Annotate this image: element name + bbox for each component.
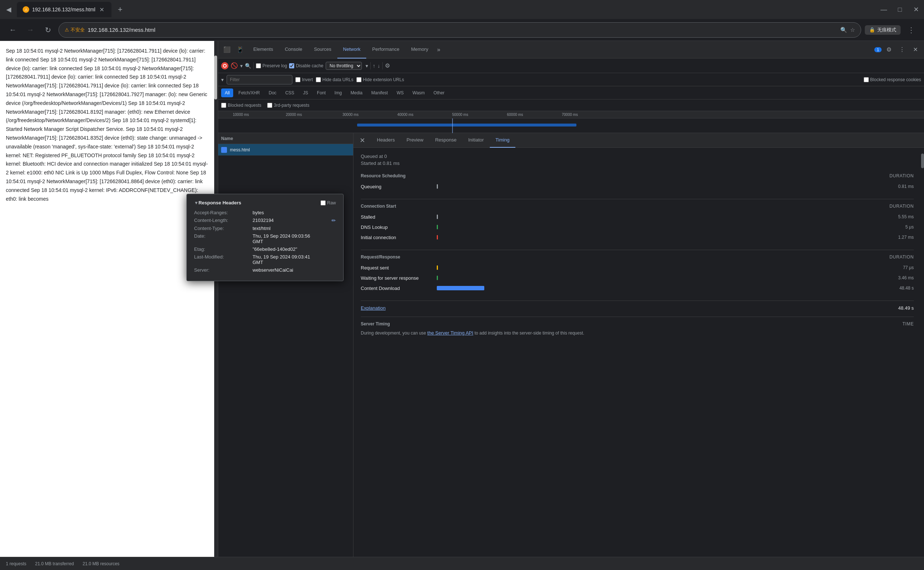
initial-conn-bar-container [437,236,881,239]
ftype-ws[interactable]: WS [393,89,407,97]
server-timing-api-link[interactable]: the Server Timing API [427,330,473,336]
third-party-checkbox[interactable] [267,103,272,108]
record-btn[interactable] [221,62,228,69]
timing-divider-2 [361,250,914,250]
invert-checkbox[interactable] [295,77,300,82]
throttle-dropdown-icon[interactable]: ▾ [366,63,368,69]
page-scroll-thumb[interactable] [214,55,217,100]
tab-headers[interactable]: Headers [371,133,401,148]
upload-btn[interactable]: ↑ [373,63,375,69]
tab-memory[interactable]: Memory [405,41,434,58]
rh-accept-ranges: Accept-Ranges: bytes [194,210,336,215]
rh-etag: Etag: "66ebe8ed-140ed02" [194,247,336,252]
ftype-manifest[interactable]: Manifest [368,89,392,97]
tab-performance[interactable]: Performance [366,41,405,58]
ftype-js[interactable]: JS [299,89,312,97]
initial-conn-label: Initial connection [361,235,434,240]
tab-response[interactable]: Response [429,133,462,148]
security-warning: ⚠ 不安全 [65,27,85,33]
back-history-btn[interactable]: ◀ [3,4,15,15]
tab-initiator[interactable]: Initiator [462,133,490,148]
hide-data-urls-cb[interactable]: Hide data URLs [316,77,353,82]
disable-cache-cb[interactable]: Disable cache [289,63,323,68]
active-tab[interactable]: ⚠ 192.168.126.132/mess.html ✕ [17,2,112,17]
window-maximize-btn[interactable]: □ [895,5,905,15]
nav-bar: ← → ↻ ⚠ 不安全 192.168.126.132/mess.html 🔍 … [0,19,924,41]
ftype-all[interactable]: All [221,89,233,97]
search-icon[interactable]: 🔍 [840,27,847,33]
hide-ext-checkbox[interactable] [356,77,361,82]
forward-btn[interactable]: → [23,23,37,37]
raw-cb-container[interactable]: Raw [321,200,336,205]
preserve-log-checkbox[interactable] [256,63,261,68]
detail-close-btn[interactable]: ✕ [356,135,368,146]
blocked-requests-checkbox[interactable] [221,103,226,108]
devtools-more-btn[interactable]: » [434,46,444,53]
devtools-device-btn[interactable]: 📱 [234,44,246,55]
tab-network[interactable]: Network [337,41,367,58]
tab-close-btn[interactable]: ✕ [98,6,106,13]
preserve-log-cb[interactable]: Preserve log [256,63,287,68]
raw-label: Raw [327,200,336,205]
ftype-media[interactable]: Media [347,89,366,97]
window-close-btn[interactable]: ✕ [911,5,921,15]
timing-info: Queued at 0 Started at 0.81 ms [361,153,914,166]
third-party-cb[interactable]: 3rd-party requests [267,103,309,108]
devtools-badge: 1 [874,47,881,52]
filter-icon-btn[interactable]: ▾ [240,63,243,69]
tl-60000: 60000 ms [507,113,523,116]
rh-val-lastmod-line1: Thu, 19 Sep 2024 09:03:41 [252,254,310,260]
throttle-select[interactable]: No throttling [326,62,362,70]
refresh-btn[interactable]: ↻ [41,23,55,37]
ftype-other[interactable]: Other [430,89,448,97]
back-btn[interactable]: ← [6,23,20,37]
tab-console[interactable]: Console [279,41,308,58]
timeline-scale: 10000 ms 20000 ms 30000 ms 40000 ms 5000… [218,111,924,118]
search-btn[interactable]: 🔍 [245,63,251,69]
tab-timing[interactable]: Timing [490,133,516,148]
tab-preview[interactable]: Preview [401,133,429,148]
timing-scrollbar[interactable] [921,148,924,557]
ftype-wasm[interactable]: Wasm [409,89,429,97]
devtools-gear-btn[interactable]: ⚙ [883,44,895,55]
status-requests: 1 requests [6,561,26,566]
network-settings-btn[interactable]: ⚙ [385,62,390,69]
blocked-requests-cb[interactable]: Blocked requests [221,103,262,108]
address-text[interactable]: 192.168.126.132/mess.html [88,27,837,33]
tab-sources[interactable]: Sources [308,41,337,58]
rh-key-content-type: Content-Type: [194,225,252,231]
disable-cache-checkbox[interactable] [289,63,294,68]
invert-cb[interactable]: Invert [295,77,313,82]
address-icons: 🔍 ☆ [840,27,855,33]
devtools-inspect-btn[interactable]: ⬛ [221,44,233,55]
ftype-css[interactable]: CSS [281,89,298,97]
new-tab-btn[interactable]: + [114,3,127,16]
rh-content-length: Content-Length: 21032194 ✏ [194,218,336,224]
blocked-resp-checkbox[interactable] [864,77,869,82]
ftype-doc[interactable]: Doc [265,89,280,97]
ftype-font[interactable]: Font [313,89,329,97]
timing-scrollbar-thumb[interactable] [921,153,924,168]
star-icon[interactable]: ☆ [850,27,855,33]
page-content-area: Sep 18 10:54:01 mysql-2 NetworkManager[7… [0,41,218,557]
hide-extension-urls-cb[interactable]: Hide extension URLs [356,77,404,82]
blocked-resp-cb[interactable]: Blocked response cookies [864,77,921,82]
ftype-img[interactable]: Img [331,89,346,97]
explanation-link[interactable]: Explanation [361,305,386,311]
window-minimize-btn[interactable]: — [879,5,889,15]
browser-settings-btn[interactable]: ⋮ [904,23,918,37]
tab-elements[interactable]: Elements [248,41,279,58]
devtools-more-vert-btn[interactable]: ⋮ [896,44,908,55]
download-btn[interactable]: ↓ [378,63,380,69]
raw-checkbox[interactable] [321,200,326,205]
resource-scheduling-dur-label: DURATION [889,173,914,178]
devtools-close-btn[interactable]: ✕ [909,44,921,55]
rh-edit-icon[interactable]: ✏ [332,218,336,224]
window-controls: — □ ✕ [879,5,921,15]
clear-btn[interactable]: 🚫 [231,62,238,69]
table-row[interactable]: mess.html [218,144,353,156]
filter-input[interactable] [226,75,292,84]
hide-data-urls-checkbox[interactable] [316,77,321,82]
address-bar[interactable]: ⚠ 不安全 192.168.126.132/mess.html 🔍 ☆ [58,22,861,38]
ftype-fetch-xhr[interactable]: Fetch/XHR [235,89,263,97]
